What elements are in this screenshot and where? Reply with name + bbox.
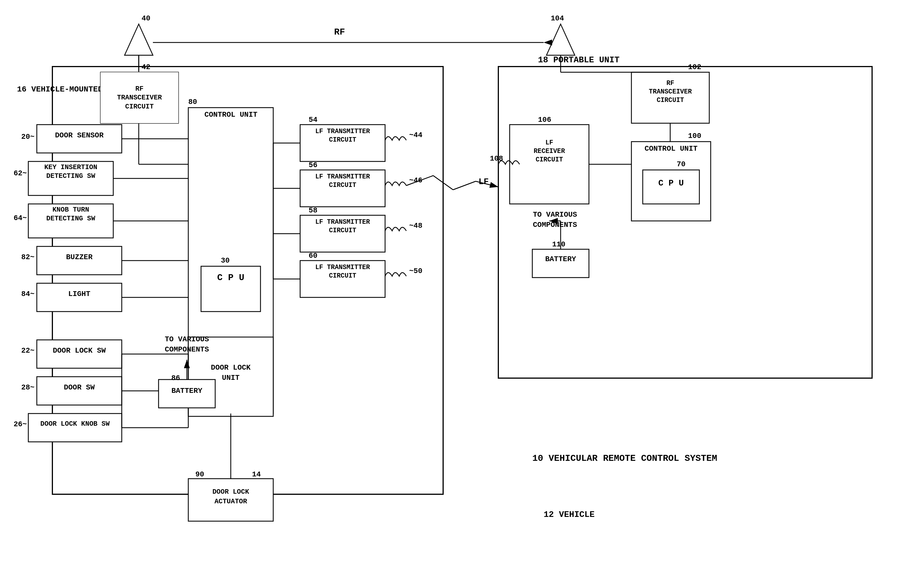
svg-rect-54 xyxy=(510,125,589,204)
door-lock-actuator-label: DOOR LOCKACTUATOR xyxy=(188,487,273,506)
svg-rect-27 xyxy=(28,413,122,442)
key-insertion-label: KEY INSERTIONDETECTING SW xyxy=(28,163,113,181)
light-label: LIGHT xyxy=(37,290,122,298)
lf-label: LF xyxy=(479,177,489,187)
buzzer-label: BUZZER xyxy=(37,253,122,262)
ref-42: 42 xyxy=(142,63,150,71)
ref-108: 108 xyxy=(490,155,503,163)
cpu-left: C P U xyxy=(201,273,260,283)
ref-80: 80 xyxy=(188,98,197,106)
ref-102: 102 xyxy=(688,63,701,71)
ref-82: 82~ xyxy=(21,253,35,262)
ref-48: ~48 xyxy=(409,222,422,230)
ref-90: 90 xyxy=(195,470,204,479)
ref-44: ~44 xyxy=(409,131,422,139)
ref-22: 22~ xyxy=(21,346,35,355)
to-various-right-label: TO VARIOUSCOMPONENTS xyxy=(515,210,595,230)
ref-86: 86 xyxy=(171,374,180,382)
to-various-left-label: TO VARIOUSCOMPONENTS xyxy=(144,334,230,355)
door-lock-sw-label: DOOR LOCK SW xyxy=(37,346,122,355)
lf-tx1-label: LF TRANSMITTERCIRCUIT xyxy=(300,127,385,144)
ref-56: 56 xyxy=(309,161,317,169)
lf-receiver-label: LFRECEIVERCIRCUIT xyxy=(510,139,589,164)
ref-58: 58 xyxy=(309,206,317,215)
door-sensor-label: DOOR SENSOR xyxy=(37,131,122,139)
lf-tx4-label: LF TRANSMITTERCIRCUIT xyxy=(300,263,385,280)
svg-rect-62 xyxy=(532,249,589,277)
ref-104: 104 xyxy=(551,14,564,23)
battery-right-label: BATTERY xyxy=(532,255,589,263)
ref-46: ~46 xyxy=(409,176,422,185)
ref-64: 64~ xyxy=(14,214,27,222)
knob-turn-label: KNOB TURNDETECTING SW xyxy=(28,205,113,223)
ref-100: 100 xyxy=(688,132,701,140)
vehicle-label: 12 VEHICLE xyxy=(543,510,595,519)
lf-tx2-label: LF TRANSMITTERCIRCUIT xyxy=(300,173,385,190)
ref-40: 40 xyxy=(142,14,150,23)
ref-28: 28~ xyxy=(21,383,35,392)
ref-30: 30 xyxy=(221,256,230,265)
ref-54: 54 xyxy=(309,116,317,124)
portable-unit-label: 18 PORTABLE UNIT xyxy=(538,55,620,65)
ref-70: 70 xyxy=(677,160,686,168)
svg-marker-5 xyxy=(546,24,575,55)
cpu-right-label: C P U xyxy=(643,178,700,188)
svg-line-51 xyxy=(433,176,453,190)
battery-left-label: BATTERY xyxy=(159,387,215,395)
system-title: 10 VEHICULAR REMOTE CONTROL SYSTEM xyxy=(532,453,717,464)
door-lock-knob-sw-label: DOOR LOCK KNOB SW xyxy=(28,420,122,428)
ref-60: 60 xyxy=(309,251,317,260)
lf-tx3-label: LF TRANSMITTERCIRCUIT xyxy=(300,218,385,235)
door-sw-label: DOOR SW xyxy=(37,383,122,392)
ref-84: 84~ xyxy=(21,290,35,298)
control-unit-label: CONTROL UNIT xyxy=(189,110,272,119)
ref-106: 106 xyxy=(538,116,551,124)
svg-line-52 xyxy=(453,181,476,190)
ref-14: 14 xyxy=(252,470,261,479)
rf-transceiver-left: RF TRANSCEIVER CIRCUIT xyxy=(101,72,178,123)
ref-26: 26~ xyxy=(14,420,27,429)
door-lock-unit-label: DOOR LOCKUNIT xyxy=(188,363,273,383)
ref-50: ~50 xyxy=(409,267,422,275)
ref-62: 62~ xyxy=(14,169,27,178)
rf-label: RF xyxy=(334,27,345,37)
ref-110: 110 xyxy=(552,240,565,249)
ref-20: 20~ xyxy=(21,133,35,141)
rf-transceiver-right-label: RFTRANSCEIVERCIRCUIT xyxy=(631,79,709,105)
control-unit-right-label: CONTROL UNIT xyxy=(631,144,711,153)
svg-marker-0 xyxy=(125,24,153,55)
